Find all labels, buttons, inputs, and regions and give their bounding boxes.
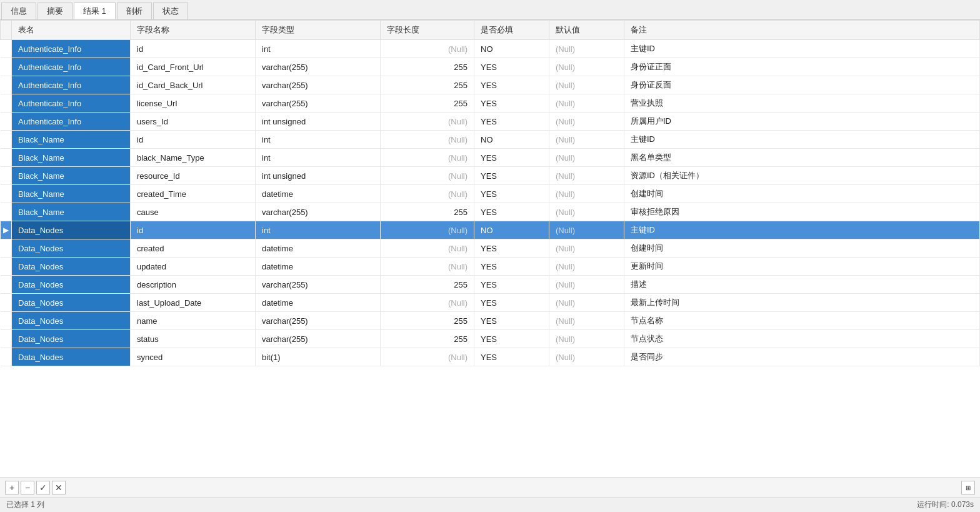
cell-tablename: Data_Nodes [12, 239, 131, 258]
cell-fieldname: last_Upload_Date [131, 294, 256, 312]
cell-default: (Null) [549, 312, 624, 330]
table-row[interactable]: Black_Namecreated_Timedatetime(Null)YES(… [1, 185, 980, 203]
cell-fieldtype: int [256, 131, 381, 149]
header-comment[interactable]: 备注 [624, 21, 980, 40]
cell-comment: 是否同步 [624, 348, 980, 366]
tab-status[interactable]: 状态 [153, 3, 188, 19]
cell-fieldtype: int [256, 40, 381, 58]
cell-fieldname: id [131, 40, 256, 58]
cell-default: (Null) [549, 348, 624, 366]
cell-fieldname: id [131, 221, 256, 239]
cell-required: NO [474, 40, 549, 58]
remove-row-button[interactable]: − [21, 481, 34, 494]
grid-view-icon[interactable]: ⊞ [961, 481, 975, 494]
header-fieldname[interactable]: 字段名称 [131, 21, 256, 40]
cell-required: YES [474, 185, 549, 203]
cell-tablename: Data_Nodes [12, 258, 131, 276]
cell-fieldlength: 255 [381, 330, 474, 348]
cell-fieldlength: (Null) [381, 167, 474, 185]
result-table: 表名 字段名称 字段类型 字段长度 是否必填 默认值 备注 Authentica… [0, 20, 980, 366]
cell-tablename: Data_Nodes [12, 330, 131, 348]
tab-result1[interactable]: 结果 1 [74, 3, 116, 19]
cell-comment: 主键ID [624, 131, 980, 149]
cell-comment: 主键ID [624, 40, 980, 58]
status-right: 运行时间: 0.073s [917, 499, 974, 510]
row-indicator [1, 203, 12, 221]
tab-info[interactable]: 信息 [1, 3, 36, 19]
cell-required: NO [474, 221, 549, 239]
cell-required: YES [474, 258, 549, 276]
table-container: 表名 字段名称 字段类型 字段长度 是否必填 默认值 备注 Authentica… [0, 20, 980, 477]
table-row[interactable]: Data_Nodessyncedbit(1)(Null)YES(Null)是否同… [1, 348, 980, 366]
table-row[interactable]: Data_Nodesupdateddatetime(Null)YES(Null)… [1, 258, 980, 276]
cell-fieldtype: datetime [256, 258, 381, 276]
header-fieldlength[interactable]: 字段长度 [381, 21, 474, 40]
table-row[interactable]: Authenticate_Infoidint(Null)NO(Null)主键ID [1, 40, 980, 58]
add-row-button[interactable]: + [5, 481, 19, 494]
table-row[interactable]: Data_Nodescreateddatetime(Null)YES(Null)… [1, 239, 980, 258]
cell-fieldtype: varchar(255) [256, 58, 381, 76]
cell-fieldtype: datetime [256, 294, 381, 312]
row-indicator [1, 58, 12, 76]
table-row[interactable]: Black_Nameidint(Null)NO(Null)主键ID [1, 131, 980, 149]
cell-fieldtype: varchar(255) [256, 276, 381, 294]
table-row[interactable]: Black_Nameblack_Name_Typeint(Null)YES(Nu… [1, 149, 980, 167]
cell-fieldname: license_Url [131, 94, 256, 113]
cell-comment: 描述 [624, 276, 980, 294]
cell-fieldname: users_Id [131, 113, 256, 131]
table-row[interactable]: Authenticate_Infousers_Idint unsigned(Nu… [1, 113, 980, 131]
cell-tablename: Data_Nodes [12, 221, 131, 239]
table-row[interactable]: ▶Data_Nodesidint(Null)NO(Null)主键ID [1, 221, 980, 239]
cell-fieldlength: (Null) [381, 185, 474, 203]
table-row[interactable]: Data_Nodeslast_Upload_Datedatetime(Null)… [1, 294, 980, 312]
cell-required: YES [474, 58, 549, 76]
header-default[interactable]: 默认值 [549, 21, 624, 40]
cell-required: YES [474, 276, 549, 294]
cell-fieldlength: 255 [381, 76, 474, 94]
header-tablename[interactable]: 表名 [12, 21, 131, 40]
cancel-button[interactable]: ✕ [52, 481, 66, 494]
tab-analyze[interactable]: 剖析 [117, 3, 152, 19]
cell-default: (Null) [549, 113, 624, 131]
cell-tablename: Authenticate_Info [12, 76, 131, 94]
cell-fieldname: id [131, 131, 256, 149]
cell-required: YES [474, 76, 549, 94]
cell-tablename: Authenticate_Info [12, 113, 131, 131]
header-fieldtype[interactable]: 字段类型 [256, 21, 381, 40]
cell-fieldname: black_Name_Type [131, 149, 256, 167]
table-row[interactable]: Data_Nodesnamevarchar(255)255YES(Null)节点… [1, 312, 980, 330]
cell-fieldlength: 255 [381, 203, 474, 221]
status-left: 已选择 1 列 [6, 499, 44, 510]
cell-fieldtype: int unsigned [256, 113, 381, 131]
cell-fieldlength: (Null) [381, 131, 474, 149]
cell-default: (Null) [549, 239, 624, 258]
table-row[interactable]: Authenticate_Infoid_Card_Front_Urlvarcha… [1, 58, 980, 76]
cell-fieldname: resource_Id [131, 167, 256, 185]
header-required[interactable]: 是否必填 [474, 21, 549, 40]
row-indicator [1, 294, 12, 312]
cell-tablename: Data_Nodes [12, 348, 131, 366]
table-row[interactable]: Data_Nodesstatusvarchar(255)255YES(Null)… [1, 330, 980, 348]
cell-fieldtype: varchar(255) [256, 330, 381, 348]
cell-default: (Null) [549, 258, 624, 276]
cell-required: YES [474, 203, 549, 221]
cell-default: (Null) [549, 58, 624, 76]
table-row[interactable]: Data_Nodesdescriptionvarchar(255)255YES(… [1, 276, 980, 294]
confirm-button[interactable]: ✓ [36, 481, 50, 494]
cell-required: YES [474, 113, 549, 131]
cell-fieldtype: varchar(255) [256, 76, 381, 94]
cell-fieldlength: (Null) [381, 40, 474, 58]
main-window: 信息摘要结果 1剖析状态 表名 字段名称 字段类型 字段长度 [0, 0, 980, 512]
row-indicator [1, 94, 12, 113]
cell-fieldlength: (Null) [381, 239, 474, 258]
tab-summary[interactable]: 摘要 [38, 3, 72, 19]
cell-required: YES [474, 348, 549, 366]
table-row[interactable]: Black_Nameresource_Idint unsigned(Null)Y… [1, 167, 980, 185]
table-row[interactable]: Authenticate_Infoid_Card_Back_Urlvarchar… [1, 76, 980, 94]
table-row[interactable]: Authenticate_Infolicense_Urlvarchar(255)… [1, 94, 980, 113]
cell-fieldlength: (Null) [381, 294, 474, 312]
cell-comment: 身份证反面 [624, 76, 980, 94]
cell-fieldtype: varchar(255) [256, 94, 381, 113]
cell-fieldname: id_Card_Back_Url [131, 76, 256, 94]
table-row[interactable]: Black_Namecausevarchar(255)255YES(Null)审… [1, 203, 980, 221]
